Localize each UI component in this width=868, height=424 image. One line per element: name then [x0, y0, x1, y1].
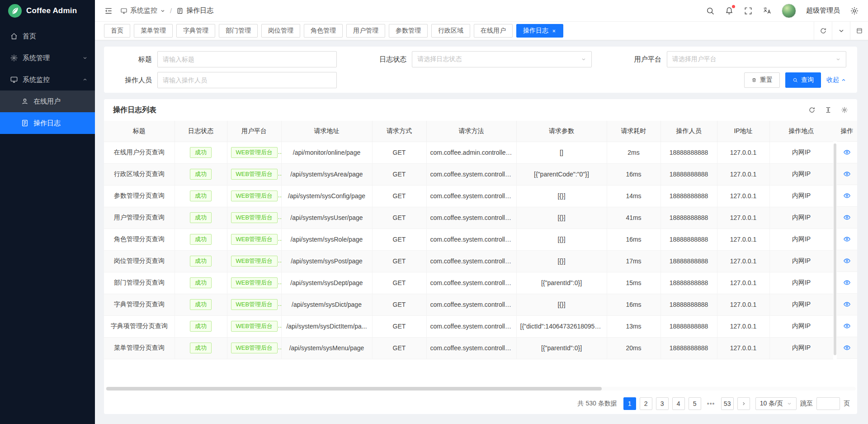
breadcrumb-item-operation-logs[interactable]: 操作日志	[176, 6, 213, 15]
notification-bell-icon[interactable]	[725, 6, 734, 15]
content-area: 标题 日志状态 请选择日志状态 用户平台	[95, 40, 868, 424]
tab-item[interactable]: 岗位管理	[261, 24, 300, 38]
view-detail-eye-icon[interactable]	[843, 257, 851, 265]
page-button[interactable]: 4	[672, 397, 685, 410]
page-button[interactable]: 3	[656, 397, 669, 410]
tab-item[interactable]: 首页	[104, 24, 130, 38]
close-tab-icon[interactable]	[552, 29, 557, 33]
vertical-scrollbar-thumb[interactable]	[834, 143, 836, 355]
cell-operator: 18888888888	[660, 229, 717, 250]
cell-duration: 2ms	[607, 142, 660, 163]
monitor-icon	[120, 7, 127, 14]
refresh-icon[interactable]	[808, 106, 816, 114]
cell-func: com.coffee.admin.controller...	[426, 142, 516, 163]
sidebar-item-online-users[interactable]: 在线用户	[0, 91, 95, 112]
trash-icon	[751, 77, 757, 83]
page-button[interactable]: 1	[623, 397, 636, 410]
settings-gear-icon[interactable]	[850, 6, 859, 15]
tab-item[interactable]: 操作日志	[516, 24, 563, 38]
tab-item[interactable]: 部门管理	[219, 24, 258, 38]
view-detail-eye-icon[interactable]	[843, 235, 851, 243]
title-input[interactable]	[163, 56, 331, 63]
next-page-button[interactable]	[737, 397, 750, 410]
tab-item[interactable]: 行政区域	[431, 24, 470, 38]
cell-duration: 17ms	[607, 250, 660, 272]
user-platform-select[interactable]: 请选择用户平台	[667, 51, 846, 67]
horizontal-scrollbar-thumb[interactable]	[106, 387, 602, 391]
tab-label: 在线用户	[481, 27, 506, 35]
query-button[interactable]: 查询	[785, 72, 821, 88]
sidebar-item-system-monitor[interactable]: 系统监控	[0, 69, 95, 91]
cell-title: 字典管理分页查询	[104, 294, 175, 315]
reset-button[interactable]: 重置	[744, 72, 780, 88]
column-height-icon[interactable]	[825, 106, 832, 114]
user-name[interactable]: 超级管理员	[806, 6, 840, 15]
chevron-up-icon	[841, 77, 846, 83]
view-detail-eye-icon[interactable]	[843, 322, 851, 330]
notification-badge	[732, 5, 735, 8]
card-spacer	[104, 359, 857, 387]
collapse-filter-link[interactable]: 收起	[826, 76, 846, 84]
search-icon[interactable]	[706, 6, 715, 15]
cell-duration: 20ms	[607, 337, 660, 359]
view-detail-eye-icon[interactable]	[843, 170, 851, 178]
cell-status: 成功	[175, 272, 227, 294]
cell-platform: WEB管理后台	[227, 229, 281, 250]
sidebar-item-home[interactable]: 首页	[0, 25, 95, 47]
jump-page-input[interactable]	[816, 397, 840, 410]
breadcrumb-item-monitor[interactable]: 系统监控	[120, 6, 165, 15]
status-tag: 成功	[190, 212, 212, 223]
platform-tag: WEB管理后台	[231, 277, 278, 288]
cell-ip: 127.0.0.1	[717, 250, 769, 272]
cell-params: [{"parentCode":"0"}]	[516, 163, 607, 185]
cell-params: [{}]	[516, 250, 607, 272]
view-detail-eye-icon[interactable]	[843, 148, 851, 156]
column-settings-gear-icon[interactable]	[841, 106, 848, 114]
page-button[interactable]: 2	[640, 397, 652, 410]
tab-item[interactable]: 字典管理	[176, 24, 215, 38]
view-detail-eye-icon[interactable]	[843, 192, 851, 200]
page-button[interactable]: 5	[689, 397, 701, 410]
tab-item[interactable]: 在线用户	[474, 24, 513, 38]
translate-icon[interactable]	[763, 6, 772, 15]
chevron-down-icon	[581, 57, 586, 62]
tab-item[interactable]: 角色管理	[304, 24, 343, 38]
cell-location: 内网IP	[769, 250, 833, 272]
tab-item[interactable]: 参数管理	[389, 24, 428, 38]
platform-tag: WEB管理后台	[231, 191, 278, 201]
table-head-row: 标题日志状态用户平台请求地址请求方式请求方法请求参数请求耗时操作人员IP地址操作…	[104, 121, 833, 142]
view-detail-eye-icon[interactable]	[843, 214, 851, 221]
view-detail-eye-icon[interactable]	[843, 344, 851, 352]
view-detail-eye-icon[interactable]	[843, 279, 851, 286]
pagination: 共 530 条数据 12345•••53 10 条/页 跳至 页	[104, 393, 857, 414]
cell-func: com.coffee.system.controlle...	[426, 337, 516, 359]
sidebar-menu: 首页 系统管理 系统监控 在线用户 操作日志	[0, 22, 95, 134]
table-toolbar	[808, 106, 848, 114]
tab-item[interactable]: 菜单管理	[134, 24, 173, 38]
jump-prefix: 跳至	[800, 400, 813, 408]
page-size-select[interactable]: 10 条/页	[755, 397, 797, 410]
logo[interactable]: Coffee Admin	[0, 0, 95, 22]
cell-url: /api/system/sysArea/page	[281, 163, 372, 185]
cell-url: /api/system/sysPost/page	[281, 250, 372, 272]
platform-tag: WEB管理后台	[231, 299, 278, 310]
fullscreen-icon[interactable]	[744, 6, 753, 15]
tab-item[interactable]: 用户管理	[346, 24, 385, 38]
vertical-scrollbar	[833, 121, 837, 359]
sidebar-item-system-management[interactable]: 系统管理	[0, 47, 95, 69]
cell-location: 内网IP	[769, 163, 833, 185]
refresh-tab-button[interactable]	[814, 22, 832, 40]
cell-location: 内网IP	[769, 315, 833, 337]
sidebar-item-operation-logs[interactable]: 操作日志	[0, 112, 95, 134]
tab-actions-dropdown[interactable]	[832, 22, 850, 40]
view-detail-eye-icon[interactable]	[843, 300, 851, 308]
content-fullscreen-button[interactable]	[850, 22, 868, 40]
user-avatar[interactable]	[782, 4, 796, 18]
status-tag: 成功	[190, 147, 212, 158]
page-button[interactable]: 53	[721, 397, 734, 410]
log-status-select[interactable]: 请选择日志状态	[412, 51, 591, 67]
operator-input[interactable]	[163, 76, 331, 84]
menu-fold-icon[interactable]	[104, 6, 113, 15]
cell-url: /api/system/sysConfig/page	[281, 185, 372, 207]
cell-url: /api/system/sysDictItem/pa...	[281, 315, 372, 337]
